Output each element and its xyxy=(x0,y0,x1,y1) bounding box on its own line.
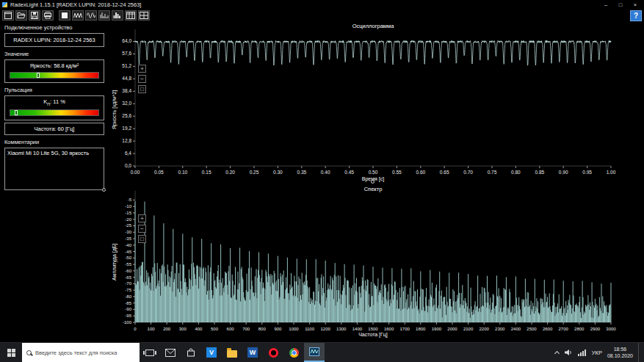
pulsation-section-label: Пульсация xyxy=(4,87,104,93)
svg-text:-50: -50 xyxy=(125,256,131,260)
svg-text:32,0: 32,0 xyxy=(122,101,131,106)
svg-text:1000: 1000 xyxy=(289,327,299,331)
taskbar-app-mail[interactable] xyxy=(160,343,181,362)
toolbar-button-open[interactable] xyxy=(15,10,27,21)
view-spectrum-icon xyxy=(100,12,109,19)
view-histogram-icon xyxy=(113,12,122,19)
svg-text:3000: 3000 xyxy=(606,327,616,331)
toolbar-button-new[interactable] xyxy=(2,10,14,21)
svg-text:-10: -10 xyxy=(125,204,131,209)
taskbar-clock[interactable]: 18:56 08.10.2020 xyxy=(607,346,633,360)
toolbar-button-view-grid[interactable] xyxy=(138,10,150,21)
taskbar-app-store[interactable] xyxy=(181,343,201,362)
svg-text:200: 200 xyxy=(163,327,171,331)
svg-text:0: 0 xyxy=(134,327,137,331)
taskbar-app-word[interactable]: W xyxy=(242,343,263,362)
task-view-button[interactable] xyxy=(140,343,160,362)
toolbar-button-print[interactable] xyxy=(42,10,54,21)
svg-text:57,6: 57,6 xyxy=(122,51,131,56)
svg-text:-75: -75 xyxy=(125,288,131,292)
oscillogram-chart[interactable]: 64,057,651,244,838,432,025,619,212,86,40… xyxy=(109,22,644,185)
svg-text:1800: 1800 xyxy=(416,327,426,331)
spectrum-chart[interactable]: -5-10-15-20-25-30-35-40-45-50-55-60-65-7… xyxy=(109,185,644,342)
pan-button[interactable]: □ xyxy=(138,85,146,93)
network-icon[interactable] xyxy=(578,349,587,356)
taskbar-app-chrome[interactable] xyxy=(283,343,304,362)
svg-text:-40: -40 xyxy=(125,243,131,247)
svg-text:-15: -15 xyxy=(125,211,131,215)
taskbar-app-radexlight-active[interactable] xyxy=(304,343,325,362)
volume-icon[interactable] xyxy=(564,349,573,356)
hidden-icons-chevron-icon[interactable] xyxy=(554,350,560,355)
svg-text:2900: 2900 xyxy=(590,327,601,331)
system-tray: УКР 18:56 08.10.2020 xyxy=(552,343,644,362)
svg-text:0.75: 0.75 xyxy=(488,170,497,175)
taskbar-app-opera[interactable] xyxy=(263,343,283,362)
spectrum-ylabel: Амплитуда [дБ] xyxy=(112,244,117,280)
toolbar-button-view-table[interactable] xyxy=(125,10,137,21)
svg-text:500: 500 xyxy=(211,327,219,331)
zoom-in-button[interactable]: + xyxy=(138,214,146,222)
minimize-button[interactable]: – xyxy=(602,1,609,8)
spectrum-plot[interactable]: -5-10-15-20-25-30-35-40-45-50-55-60-65-7… xyxy=(109,185,644,342)
windows-logo-icon xyxy=(7,349,15,357)
svg-text:800: 800 xyxy=(258,327,267,331)
toolbar-button-view-sine[interactable] xyxy=(85,10,97,21)
language-indicator[interactable]: УКР xyxy=(592,350,602,356)
svg-text:2500: 2500 xyxy=(527,327,537,331)
toolbar-button-view-histogram[interactable] xyxy=(112,10,123,21)
svg-text:0.65: 0.65 xyxy=(440,170,449,175)
toolbar-button-view-spectrum[interactable] xyxy=(98,10,110,21)
oscillogram-title: Осциллограмма xyxy=(135,23,611,29)
svg-text:1300: 1300 xyxy=(336,327,347,331)
main-area: Подключенное устройство RADEX LUPIN: 201… xyxy=(0,22,644,342)
sidebar: Подключенное устройство RADEX LUPIN: 201… xyxy=(0,22,109,342)
svg-text:1100: 1100 xyxy=(305,327,315,331)
svg-text:0.00: 0.00 xyxy=(131,170,140,175)
chart-splitter-grip[interactable] xyxy=(371,180,375,184)
svg-text:-90: -90 xyxy=(125,307,131,311)
comments-resize-grip[interactable] xyxy=(102,188,106,192)
window-controls: – □ × xyxy=(602,1,642,8)
taskbar-search-input[interactable]: Введите здесь текст для поиска xyxy=(22,343,140,362)
close-button[interactable]: × xyxy=(632,1,639,8)
search-icon xyxy=(26,350,32,355)
taskbar-app-explorer[interactable] xyxy=(222,343,242,362)
toolbar-button-save[interactable] xyxy=(29,10,40,21)
svg-text:0.10: 0.10 xyxy=(178,170,187,175)
frequency-box: Частота: 60 [Гц] xyxy=(4,123,104,135)
svg-text:0.15: 0.15 xyxy=(202,170,211,175)
toolbar-button-view-value[interactable] xyxy=(59,10,70,21)
comments-text: Xiaomi Mi 10 Lite 5G, 30 яркость xyxy=(7,150,89,156)
maximize-button[interactable]: □ xyxy=(617,1,624,8)
svg-text:0.50: 0.50 xyxy=(369,170,378,175)
pulsation-box: KП: 11 % xyxy=(4,95,104,120)
svg-text:-100: -100 xyxy=(123,320,132,325)
radexlight-app-icon xyxy=(309,347,319,356)
svg-text:-70: -70 xyxy=(125,281,131,286)
zoom-out-button[interactable]: − xyxy=(138,75,146,83)
svg-text:1500: 1500 xyxy=(368,327,378,331)
zoom-out-button[interactable]: − xyxy=(138,225,146,233)
svg-text:-5: -5 xyxy=(128,198,132,202)
oscillogram-plot[interactable]: 64,057,651,244,838,432,025,619,212,86,40… xyxy=(109,22,644,185)
zoom-in-button[interactable]: + xyxy=(138,65,146,73)
toolbar-button-view-oscillogram[interactable] xyxy=(72,10,84,21)
svg-text:-45: -45 xyxy=(125,250,131,254)
svg-text:1600: 1600 xyxy=(384,327,394,331)
pan-button[interactable]: □ xyxy=(138,235,146,243)
svg-text:51,2: 51,2 xyxy=(122,63,131,68)
svg-text:100: 100 xyxy=(148,327,156,331)
svg-text:-30: -30 xyxy=(125,230,131,234)
show-desktop-button[interactable] xyxy=(638,343,641,362)
taskbar-app-v[interactable]: V xyxy=(201,343,222,362)
comments-textarea[interactable]: Xiaomi Mi 10 Lite 5G, 30 яркость xyxy=(4,148,104,190)
help-button[interactable]: ? xyxy=(630,10,642,21)
svg-text:2700: 2700 xyxy=(559,327,569,331)
svg-text:2800: 2800 xyxy=(574,327,585,331)
view-sine-icon xyxy=(87,12,95,19)
svg-text:300: 300 xyxy=(179,327,187,331)
store-bag-icon xyxy=(187,348,195,357)
svg-text:-95: -95 xyxy=(125,314,131,318)
start-button[interactable] xyxy=(0,343,22,362)
